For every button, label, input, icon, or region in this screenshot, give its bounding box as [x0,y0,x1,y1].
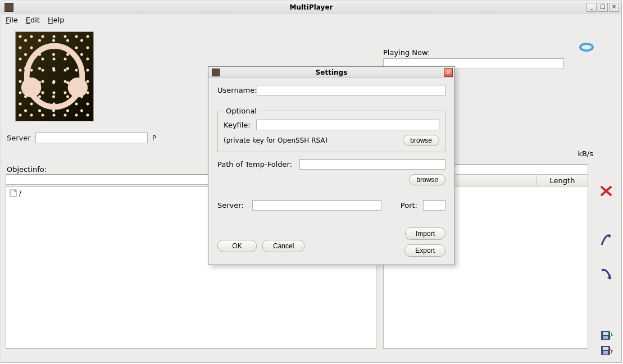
menu-file[interactable]: File [6,16,18,24]
server-label: Server [7,134,31,142]
save-down-icon[interactable] [601,331,613,343]
keyfile-input[interactable] [256,120,439,130]
cancel-button[interactable]: Cancel [262,240,304,252]
ok-button[interactable]: OK [217,240,257,252]
username-label: Username: [217,86,257,94]
svg-point-1 [21,78,41,97]
arrow-up-icon[interactable] [599,223,613,254]
svg-rect-9 [603,347,608,350]
tree-root-label: / [19,189,21,197]
settings-title: Settings [208,69,454,76]
svg-rect-6 [603,332,608,335]
album-art [15,31,94,121]
arrow-down-icon[interactable] [599,260,613,290]
port-label-prefix: P [152,134,157,142]
temp-browse-button[interactable]: browse [409,174,445,185]
dlg-port-label: Port: [401,201,417,210]
import-button[interactable]: Import [405,228,445,240]
svg-point-3 [580,44,593,51]
tracklist-col-length[interactable]: Length [537,175,588,186]
minimize-button[interactable]: _ [586,3,597,12]
file-icon [10,189,17,197]
close-button[interactable]: × [609,3,619,12]
save-icons [601,331,613,358]
optional-legend: Optional [224,107,259,115]
svg-rect-7 [603,336,608,339]
app-title: MultiPlayer [1,3,621,11]
settings-dialog: Settings × Username: Optional Keyfile: (… [208,66,455,265]
dlg-server-input[interactable] [252,200,381,211]
kbs-label: kB/s [577,149,593,158]
svg-rect-10 [603,351,608,354]
temp-folder-label: Path of Temp-Folder: [217,160,295,169]
keyfile-browse-button[interactable]: browse [403,135,439,146]
playing-now-label: Playing Now: [383,48,430,57]
menubar: File Edit Help [1,13,621,26]
svg-point-0 [27,46,83,107]
app-icon [4,3,13,12]
settings-icon [212,69,220,76]
menu-edit[interactable]: Edit [26,16,40,24]
dlg-server-label: Server: [217,201,247,210]
delete-icon[interactable] [600,175,612,206]
settings-titlebar: Settings × [208,67,454,78]
maximize-button[interactable]: □ [598,3,608,12]
save-up-icon[interactable] [601,346,613,358]
username-input[interactable] [257,85,445,95]
main-titlebar: MultiPlayer _ □ × [1,1,621,13]
objectinfo-label: Objectinfo: [7,165,47,174]
optional-fieldset: Optional Keyfile: (private key for OpenS… [217,107,445,152]
temp-folder-input[interactable] [299,159,445,170]
dlg-port-input[interactable] [423,200,445,211]
side-action-icons [599,175,613,290]
keyfile-hint: (private key for OpenSSH RSA) [224,136,328,144]
server-input[interactable] [35,133,148,143]
keyfile-label: Keyfile: [224,121,252,129]
server-row: Server P [7,133,156,143]
settings-body: Username: Optional Keyfile: (private key… [208,78,454,265]
export-button[interactable]: Export [404,244,445,257]
ring-icon [579,42,594,53]
svg-point-2 [68,78,88,97]
menu-help[interactable]: Help [48,16,65,24]
settings-close-button[interactable]: × [444,68,453,77]
